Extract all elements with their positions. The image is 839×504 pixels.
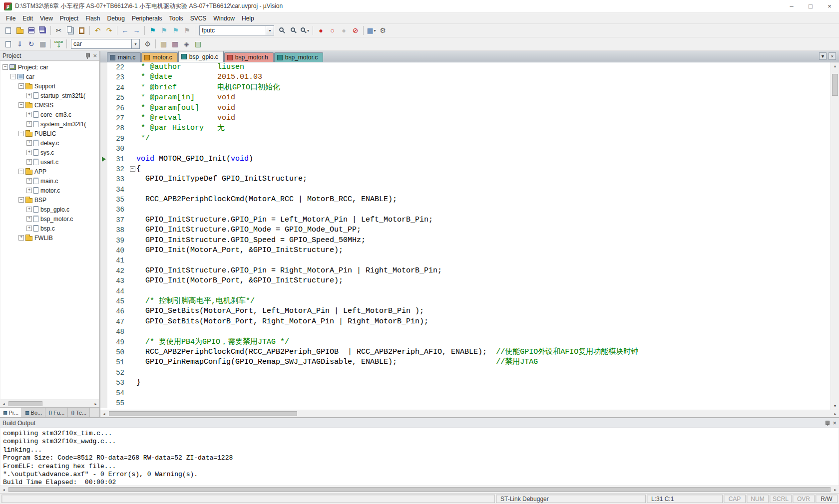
flash-download-icon[interactable]: LOAD⇓ xyxy=(53,38,64,49)
menu-project[interactable]: Project xyxy=(56,14,82,23)
project-hscrollbar[interactable]: ◂ ▸ xyxy=(0,400,99,407)
editor-tab-motor-c[interactable]: motor.c xyxy=(141,52,177,62)
fold-margin[interactable] xyxy=(128,154,136,164)
fold-margin[interactable] xyxy=(128,185,136,195)
editor-tab-bsp_motor-h[interactable]: bsp_motor.h xyxy=(224,52,274,62)
panel-tab-books[interactable]: ▥Bo... xyxy=(22,408,45,417)
find-in-files-icon[interactable] xyxy=(276,25,288,36)
scroll-right-icon[interactable]: ▸ xyxy=(832,486,839,493)
tree-item-bsp-c[interactable]: +bsp.c xyxy=(0,224,99,233)
cut-icon[interactable]: ✂ xyxy=(53,25,64,36)
bookmark-prev-icon[interactable]: ⚑ xyxy=(158,25,170,36)
translate-file-icon[interactable] xyxy=(2,38,14,49)
code-line[interactable]: 36 xyxy=(100,205,831,215)
batch-build-icon[interactable]: ▦ xyxy=(37,38,48,49)
editor-margin[interactable] xyxy=(100,266,107,276)
collapse-icon[interactable]: − xyxy=(10,74,16,79)
project-targets-icon[interactable]: ◈ xyxy=(181,38,192,49)
tree-item-sys-c[interactable]: +sys.c xyxy=(0,148,99,157)
fold-margin[interactable] xyxy=(128,174,136,184)
expand-icon[interactable]: + xyxy=(26,140,32,146)
code-line[interactable]: 53} xyxy=(100,378,831,388)
fold-margin[interactable]: − xyxy=(128,164,136,174)
incremental-find-icon[interactable]: ▾ xyxy=(299,25,311,36)
fold-margin[interactable] xyxy=(128,398,136,408)
editor-margin[interactable] xyxy=(100,276,107,286)
tree-item-fwlib[interactable]: +FWLIB xyxy=(0,233,99,243)
scroll-thumb[interactable] xyxy=(8,487,831,492)
scroll-left-icon[interactable]: ◂ xyxy=(100,410,108,417)
fold-margin[interactable] xyxy=(128,225,136,235)
editor-margin[interactable] xyxy=(100,296,107,306)
build-icon[interactable]: ⇓ xyxy=(14,38,25,49)
tab-scroll-icon[interactable]: ▼ xyxy=(819,52,827,60)
fold-margin[interactable] xyxy=(128,378,136,388)
bookmark-clear-all-icon[interactable]: ⚑ xyxy=(181,25,193,36)
code-line[interactable]: 49 /* 要使用PB4为GPIO，需要禁用JTAG */ xyxy=(100,337,831,347)
code-line[interactable]: 40 GPIO_Init(MotorA_Port, &GPIO_InitStru… xyxy=(100,246,831,255)
menu-flash[interactable]: Flash xyxy=(82,14,103,23)
books-icon[interactable]: ▤ xyxy=(192,38,204,49)
target-combo-dropdown-icon[interactable]: ▾ xyxy=(131,39,140,49)
editor-margin[interactable] xyxy=(100,236,107,246)
code-line[interactable]: 47 GPIO_SetBits(MotorB_Port, Right_Motor… xyxy=(100,317,831,327)
tree-item-cmsis[interactable]: −CMSIS xyxy=(0,100,99,110)
scroll-track[interactable] xyxy=(7,486,832,493)
fold-margin[interactable] xyxy=(128,236,136,246)
editor-margin[interactable] xyxy=(100,164,107,174)
code-line[interactable]: 48 xyxy=(100,327,831,337)
fold-margin[interactable] xyxy=(128,246,136,255)
editor-margin[interactable] xyxy=(100,195,107,205)
fold-margin[interactable] xyxy=(128,144,136,154)
expand-icon[interactable]: + xyxy=(26,159,32,165)
fold-margin[interactable] xyxy=(128,134,136,144)
editor-margin[interactable] xyxy=(100,174,107,184)
tree-item-delay-c[interactable]: +delay.c xyxy=(0,138,99,148)
fold-collapse-icon[interactable]: − xyxy=(130,166,135,172)
editor-margin[interactable] xyxy=(100,215,107,225)
collapse-icon[interactable]: − xyxy=(18,169,24,174)
code-line[interactable]: 45 /* 控制引脚高电平,电机刹车*/ xyxy=(100,296,831,306)
collapse-icon[interactable]: − xyxy=(2,64,8,70)
code-line[interactable]: 46 GPIO_SetBits(MotorA_Port, Left_MotorA… xyxy=(100,306,831,316)
code-line[interactable]: 39 GPIO_InitStructure.GPIO_Speed = GPIO_… xyxy=(100,236,831,246)
fold-margin[interactable] xyxy=(128,347,136,357)
code-line[interactable]: 37 GPIO_InitStructure.GPIO_Pin = Left_Mo… xyxy=(100,215,831,225)
tab-close-icon[interactable]: × xyxy=(829,52,836,60)
editor-margin[interactable] xyxy=(100,368,107,378)
expand-icon[interactable]: + xyxy=(26,112,32,117)
target-combo[interactable]: car▾ xyxy=(71,39,140,49)
pin-icon[interactable] xyxy=(825,420,830,426)
code-line[interactable]: 43 GPIO_Init(MotorB_Port, &GPIO_InitStru… xyxy=(100,276,831,286)
code-line[interactable]: 41 xyxy=(100,255,831,265)
expand-icon[interactable]: + xyxy=(26,150,32,155)
window-layout-icon-dropdown[interactable]: ▾ xyxy=(374,28,376,33)
tree-item-system-stm32f1-[interactable]: +system_stm32f1( xyxy=(0,119,99,129)
window-layout-icon[interactable]: ▦▾ xyxy=(366,25,377,36)
copy-icon[interactable] xyxy=(64,25,76,36)
code-line[interactable]: 31void MOTOR_GPIO_Init(void) xyxy=(100,154,831,164)
tree-item-support[interactable]: −Support xyxy=(0,81,99,91)
editor-margin[interactable] xyxy=(100,103,107,113)
scroll-track[interactable] xyxy=(108,410,832,417)
expand-icon[interactable]: + xyxy=(26,178,32,184)
close-button[interactable]: × xyxy=(820,0,839,13)
editor-margin[interactable] xyxy=(100,378,107,388)
code-line[interactable]: 33 GPIO_InitTypeDef GPIO_InitStructure; xyxy=(100,174,831,184)
panel-tab-project[interactable]: ▤Pr... xyxy=(0,408,22,417)
fold-margin[interactable] xyxy=(128,62,136,72)
menu-edit[interactable]: Edit xyxy=(19,14,36,23)
find-icon[interactable] xyxy=(288,25,299,36)
project-panel-close-icon[interactable]: × xyxy=(93,52,97,59)
code-editor[interactable]: 22 * @author liusen23 * @date 2015.01.03… xyxy=(100,62,831,410)
collapse-icon[interactable]: − xyxy=(18,83,24,89)
editor-margin[interactable] xyxy=(100,225,107,235)
code-line[interactable]: 44 xyxy=(100,286,831,296)
editor-margin[interactable] xyxy=(100,398,107,408)
menu-tools[interactable]: Tools xyxy=(166,14,187,23)
code-line[interactable]: 25 * @param[in] void xyxy=(100,93,831,103)
nav-back-icon[interactable]: ← xyxy=(119,25,131,36)
scroll-left-icon[interactable]: ◂ xyxy=(0,400,7,407)
editor-margin[interactable] xyxy=(100,62,107,72)
code-line[interactable]: 24 * @brief 电机GPIO口初始化 xyxy=(100,83,831,93)
